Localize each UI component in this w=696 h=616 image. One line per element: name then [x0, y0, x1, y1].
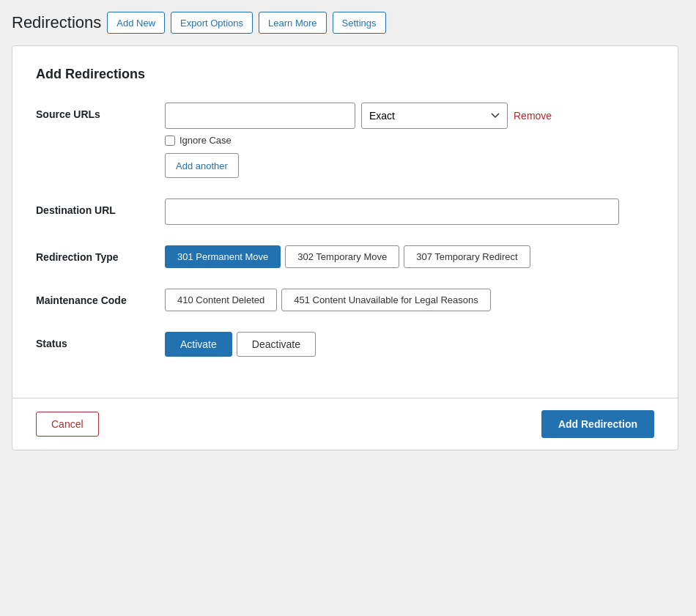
add-redirection-button[interactable]: Add Redirection [541, 410, 654, 438]
type-btn-301[interactable]: 301 Permanent Move [165, 245, 281, 268]
deactivate-button[interactable]: Deactivate [237, 332, 316, 357]
card-body: Add Redirections Source URLs Exact Regex… [12, 46, 678, 398]
card-footer: Cancel Add Redirection [12, 398, 678, 450]
settings-button[interactable]: Settings [333, 12, 386, 34]
type-btn-302[interactable]: 302 Temporary Move [285, 245, 399, 268]
ignore-case-row: Ignore Case [165, 135, 654, 146]
redirection-type-control: 301 Permanent Move 302 Temporary Move 30… [165, 245, 654, 268]
destination-url-label: Destination URL [36, 198, 153, 216]
export-options-button[interactable]: Export Options [171, 12, 253, 34]
page-title: Redirections [12, 13, 101, 32]
redirection-type-label: Redirection Type [36, 245, 153, 263]
type-btn-307[interactable]: 307 Temporary Redirect [404, 245, 530, 268]
maintenance-btn-451[interactable]: 451 Content Unavailable for Legal Reason… [281, 289, 491, 311]
ignore-case-label: Ignore Case [179, 135, 232, 146]
status-label: Status [36, 332, 153, 349]
maintenance-code-control: 410 Content Deleted 451 Content Unavaila… [165, 289, 654, 311]
source-urls-row: Source URLs Exact Regex Contains Remove … [36, 103, 654, 178]
learn-more-button[interactable]: Learn More [259, 12, 326, 34]
source-url-input-row: Exact Regex Contains Remove [165, 103, 654, 129]
maintenance-code-group: 410 Content Deleted 451 Content Unavaila… [165, 289, 654, 311]
remove-link[interactable]: Remove [514, 110, 552, 122]
source-url-input[interactable] [165, 103, 355, 129]
match-type-select[interactable]: Exact Regex Contains [361, 103, 508, 129]
status-button-group: Activate Deactivate [165, 332, 654, 357]
cancel-button[interactable]: Cancel [36, 412, 99, 437]
activate-button[interactable]: Activate [165, 332, 232, 357]
status-row: Status Activate Deactivate [36, 332, 654, 357]
add-redirections-card: Add Redirections Source URLs Exact Regex… [12, 45, 678, 450]
maintenance-code-row: Maintenance Code 410 Content Deleted 451… [36, 289, 654, 311]
maintenance-btn-410[interactable]: 410 Content Deleted [165, 289, 277, 311]
source-urls-control: Exact Regex Contains Remove Ignore Case … [165, 103, 654, 178]
destination-url-row: Destination URL [36, 198, 654, 225]
add-another-button[interactable]: Add another [165, 153, 239, 178]
maintenance-code-label: Maintenance Code [36, 289, 153, 306]
redirection-type-group: 301 Permanent Move 302 Temporary Move 30… [165, 245, 654, 268]
redirection-type-row: Redirection Type 301 Permanent Move 302 … [36, 245, 654, 268]
destination-url-input[interactable] [165, 198, 619, 225]
section-title: Add Redirections [36, 67, 654, 82]
ignore-case-checkbox[interactable] [165, 136, 175, 146]
add-new-button[interactable]: Add New [107, 12, 165, 34]
status-control: Activate Deactivate [165, 332, 654, 357]
source-urls-label: Source URLs [36, 103, 153, 120]
destination-url-control [165, 198, 654, 225]
page-header: Redirections Add New Export Options Lear… [12, 12, 684, 34]
